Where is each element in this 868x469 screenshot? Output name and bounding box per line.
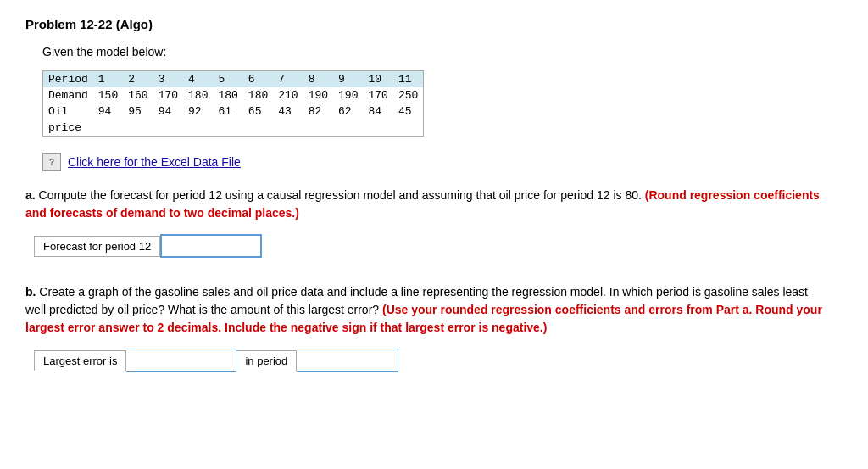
demand-1: 150 xyxy=(93,87,123,103)
oil-11: 45 xyxy=(393,103,423,120)
largest-error-input[interactable] xyxy=(126,349,236,372)
question-a-text: Compute the forecast for period 12 using… xyxy=(39,188,645,202)
question-a: a. Compute the forecast for period 12 us… xyxy=(25,187,831,222)
price-row: price xyxy=(43,120,423,136)
oil-2: 95 xyxy=(123,103,153,120)
col-3-header: 3 xyxy=(153,71,183,87)
oil-7: 43 xyxy=(273,103,303,120)
oil-1: 94 xyxy=(93,103,123,120)
given-model-text: Given the model below: xyxy=(42,45,843,59)
demand-8: 190 xyxy=(303,87,333,103)
oil-10: 84 xyxy=(363,103,392,120)
question-a-label: a. xyxy=(25,188,36,202)
forecast-input[interactable] xyxy=(160,234,262,258)
in-period-label: in period xyxy=(236,350,297,371)
largest-error-label: Largest error is xyxy=(34,350,126,371)
demand-4: 180 xyxy=(183,87,213,103)
col-9-header: 9 xyxy=(333,71,363,87)
question-b: b. Create a graph of the gasoline sales … xyxy=(25,283,831,337)
question-b-label: b. xyxy=(25,285,36,299)
excel-icon: ? xyxy=(42,153,61,171)
demand-9: 190 xyxy=(333,87,363,103)
demand-label: Demand xyxy=(43,87,93,103)
col-11-header: 11 xyxy=(393,71,423,87)
demand-row: Demand 150 160 170 180 180 180 210 190 1… xyxy=(43,87,423,103)
oil-6: 65 xyxy=(243,103,273,120)
forecast-label: Forecast for period 12 xyxy=(34,236,160,257)
excel-link[interactable]: Click here for the Excel Data File xyxy=(68,155,241,169)
period-header: Period xyxy=(43,71,93,87)
col-5-header: 5 xyxy=(213,71,242,87)
col-2-header: 2 xyxy=(123,71,153,87)
demand-5: 180 xyxy=(213,87,242,103)
oil-3: 94 xyxy=(153,103,183,120)
table-header-row: Period 1 2 3 4 5 6 7 8 9 10 11 xyxy=(43,71,423,87)
demand-2: 160 xyxy=(123,87,153,103)
forecast-input-row: Forecast for period 12 xyxy=(34,234,843,258)
demand-3: 170 xyxy=(153,87,183,103)
demand-11: 250 xyxy=(393,87,423,103)
problem-title: Problem 12-22 (Algo) xyxy=(25,17,843,31)
oil-5: 61 xyxy=(213,103,242,120)
oil-4: 92 xyxy=(183,103,213,120)
demand-6: 180 xyxy=(243,87,273,103)
col-7-header: 7 xyxy=(273,71,303,87)
period-input[interactable] xyxy=(297,349,398,372)
col-6-header: 6 xyxy=(243,71,273,87)
data-table-container: Period 1 2 3 4 5 6 7 8 9 10 11 Demand 15… xyxy=(42,70,424,137)
oil-label: Oil xyxy=(43,103,93,120)
oil-8: 82 xyxy=(303,103,333,120)
col-8-header: 8 xyxy=(303,71,333,87)
data-table: Period 1 2 3 4 5 6 7 8 9 10 11 Demand 15… xyxy=(43,71,423,136)
col-10-header: 10 xyxy=(363,71,392,87)
demand-7: 210 xyxy=(273,87,303,103)
largest-error-row: Largest error is in period xyxy=(34,349,843,372)
excel-link-row: ? Click here for the Excel Data File xyxy=(42,153,843,171)
oil-row: Oil 94 95 94 92 61 65 43 82 62 84 45 xyxy=(43,103,423,120)
demand-10: 170 xyxy=(363,87,392,103)
oil-9: 62 xyxy=(333,103,363,120)
col-1-header: 1 xyxy=(93,71,123,87)
col-4-header: 4 xyxy=(183,71,213,87)
price-label: price xyxy=(43,120,93,136)
